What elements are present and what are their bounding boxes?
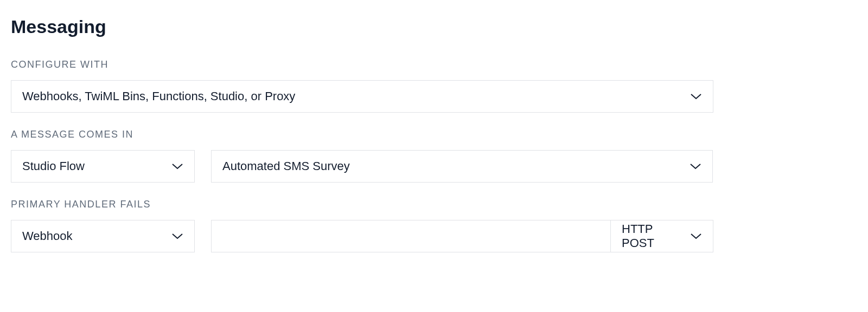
fallback-url-input[interactable] <box>211 220 610 252</box>
configure-with-value: Webhooks, TwiML Bins, Functions, Studio,… <box>22 89 295 103</box>
message-handler-type-select[interactable]: Studio Flow <box>11 150 195 183</box>
chevron-down-icon <box>690 93 702 100</box>
message-handler-value: Automated SMS Survey <box>222 159 350 173</box>
fallback-http-method-value: HTTP POST <box>622 222 685 250</box>
fallback-handler-type-select[interactable]: Webhook <box>11 220 195 252</box>
configure-with-label: Configure with <box>11 59 857 70</box>
section-title: Messaging <box>11 16 857 37</box>
message-comes-in-group: A message comes in Studio Flow Automated… <box>11 129 857 183</box>
message-comes-in-label: A message comes in <box>11 129 857 140</box>
primary-handler-fails-label: Primary handler fails <box>11 199 857 210</box>
configure-with-group: Configure with Webhooks, TwiML Bins, Fun… <box>11 59 857 113</box>
chevron-down-icon <box>690 232 702 240</box>
message-handler-type-value: Studio Flow <box>22 159 85 173</box>
message-handler-value-select[interactable]: Automated SMS Survey <box>211 150 713 183</box>
fallback-handler-type-value: Webhook <box>22 229 73 243</box>
chevron-down-icon <box>171 232 183 240</box>
configure-with-select[interactable]: Webhooks, TwiML Bins, Functions, Studio,… <box>11 80 713 113</box>
primary-handler-fails-group: Primary handler fails Webhook HTTP POST <box>11 199 857 252</box>
chevron-down-icon <box>171 162 183 170</box>
chevron-down-icon <box>690 162 701 170</box>
fallback-http-method-select[interactable]: HTTP POST <box>610 220 713 252</box>
